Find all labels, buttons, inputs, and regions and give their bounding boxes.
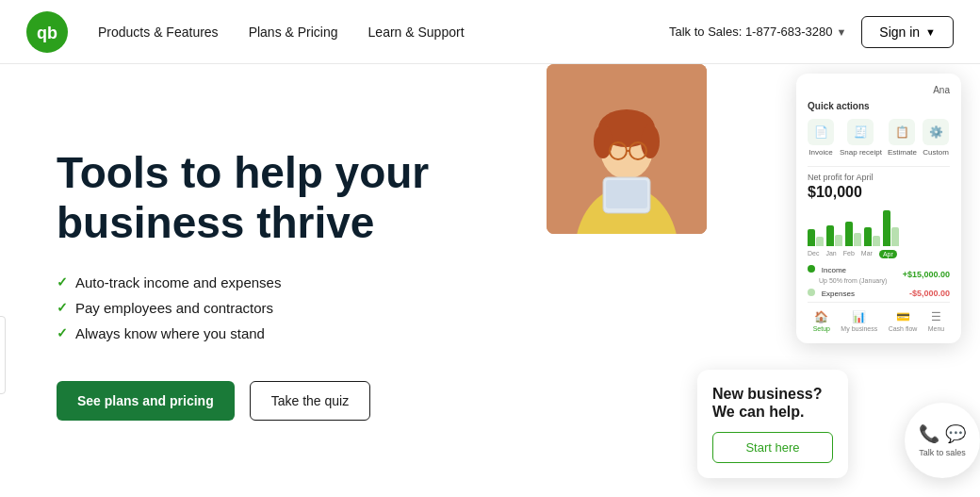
bottom-nav-cashflow[interactable]: 💳 Cash flow [889, 310, 918, 332]
app-user-name: Ana [808, 85, 950, 95]
bar-dec-expense [816, 237, 824, 246]
cashflow-icon: 💳 [896, 310, 910, 323]
check-icon-3: ✓ [57, 325, 68, 340]
bottom-nav-business[interactable]: 📊 My business [841, 310, 877, 332]
talk-bubble-label: Talk to sales [919, 448, 966, 457]
net-profit-label: Net profit for April [808, 173, 950, 182]
custom-icon: ⚙️ [923, 119, 949, 145]
person-image [547, 64, 707, 234]
app-card: Ana Quick actions 📄 Invoice 🧾 Snap recei… [796, 74, 961, 343]
income-dot [808, 265, 815, 273]
new-business-card: New business? We can help. Start here [697, 370, 848, 478]
bar-chart [808, 208, 950, 246]
menu-icon: ☰ [931, 310, 941, 323]
nav-products[interactable]: Products & Features [98, 25, 219, 40]
sign-in-button[interactable]: Sign in ▼ [861, 16, 954, 48]
qa-custom[interactable]: ⚙️ Custom [923, 119, 949, 157]
talk-sales-nav[interactable]: Talk to Sales: 1-877-683-3280 ▼ [669, 25, 846, 39]
navbar: qb Products & Features Plans & Pricing L… [0, 0, 980, 64]
phone-icon: 📞 [919, 423, 939, 444]
check-icon-2: ✓ [57, 300, 68, 315]
hero-right: Ana Quick actions 📄 Invoice 🧾 Snap recei… [547, 64, 980, 497]
bar-label-dec: Dec [808, 250, 819, 258]
svg-point-7 [641, 124, 660, 158]
app-bottom-nav: 🏠 Setup 📊 My business 💳 Cash flow ☰ Menu [808, 302, 950, 332]
invoice-icon: 📄 [808, 119, 834, 145]
bar-jan-income [826, 225, 834, 246]
business-icon: 📊 [852, 310, 866, 323]
qa-invoice[interactable]: 📄 Invoice [808, 119, 834, 157]
bar-label-jan: Jan [825, 250, 836, 258]
sign-in-chevron: ▼ [925, 26, 936, 38]
qa-estimate[interactable]: 📋 Estimate [888, 119, 917, 157]
bar-feb-income [845, 222, 853, 246]
bar-apr-expense [891, 227, 899, 246]
net-profit-value: $10,000 [808, 184, 950, 201]
estimate-icon: 📋 [889, 119, 915, 145]
feature-list: ✓ Auto-track income and expenses ✓ Pay e… [57, 274, 547, 351]
bar-label-mar: Mar [861, 250, 873, 258]
talk-bubble-icons: 📞 💬 [919, 423, 966, 444]
bar-dec-income [808, 229, 815, 246]
qa-snap[interactable]: 🧾 Snap receipt [840, 119, 882, 157]
cta-row: See plans and pricing Take the quiz [57, 381, 547, 421]
nav-learn[interactable]: Learn & Support [368, 25, 465, 40]
nav-links: Products & Features Plans & Pricing Lear… [98, 25, 669, 40]
feature-item-3: ✓ Always know where you stand [57, 325, 547, 341]
nav-plans[interactable]: Plans & Pricing [249, 25, 338, 40]
see-plans-button[interactable]: See plans and pricing [57, 381, 235, 421]
bar-apr-income [883, 210, 890, 246]
expenses-row: Expenses -$5,000.00 [808, 288, 950, 298]
bar-feb-expense [854, 233, 861, 246]
feature-item-2: ✓ Pay employees and contractors [57, 300, 547, 316]
svg-rect-12 [606, 180, 647, 208]
check-icon-1: ✓ [57, 274, 68, 290]
talk-sales-chevron: ▼ [836, 26, 846, 38]
hero-left: Tools to help your business thrive ✓ Aut… [0, 64, 547, 497]
svg-text:qb: qb [37, 24, 57, 42]
logo[interactable]: qb [26, 11, 68, 53]
hero-section: Feedback Tools to help your business thr… [0, 64, 980, 497]
bar-mar-income [864, 227, 872, 246]
bar-jan-expense [835, 235, 842, 246]
snap-icon: 🧾 [847, 119, 874, 145]
chat-icon: 💬 [945, 423, 966, 444]
quick-actions-row: 📄 Invoice 🧾 Snap receipt 📋 Estimate ⚙️ C… [808, 119, 950, 157]
bottom-nav-setup[interactable]: 🏠 Setup [813, 310, 830, 332]
start-here-button[interactable]: Start here [712, 432, 833, 463]
bar-label-apr: Apr [879, 250, 897, 258]
expenses-dot [808, 289, 815, 296]
new-biz-title: New business? We can help. [712, 385, 833, 421]
take-quiz-button[interactable]: Take the quiz [250, 381, 371, 421]
bar-labels: Dec Jan Feb Mar Apr [808, 250, 950, 258]
income-row: Income Up 50% from (January) +$15,000.00 [808, 264, 950, 285]
quick-actions-title: Quick actions [808, 101, 950, 111]
nav-right: Talk to Sales: 1-877-683-3280 ▼ Sign in … [669, 16, 954, 48]
bar-label-feb: Feb [843, 250, 855, 258]
feature-item-1: ✓ Auto-track income and expenses [57, 274, 547, 290]
hero-title: Tools to help your business thrive [57, 148, 509, 248]
logo-circle: qb [26, 11, 68, 53]
feedback-tab[interactable]: Feedback [0, 316, 6, 394]
talk-to-sales-bubble[interactable]: 📞 💬 Talk to sales [905, 403, 980, 478]
setup-icon: 🏠 [814, 310, 828, 323]
bottom-nav-menu[interactable]: ☰ Menu [928, 310, 945, 332]
divider-1 [808, 166, 950, 167]
bar-mar-expense [873, 236, 880, 246]
